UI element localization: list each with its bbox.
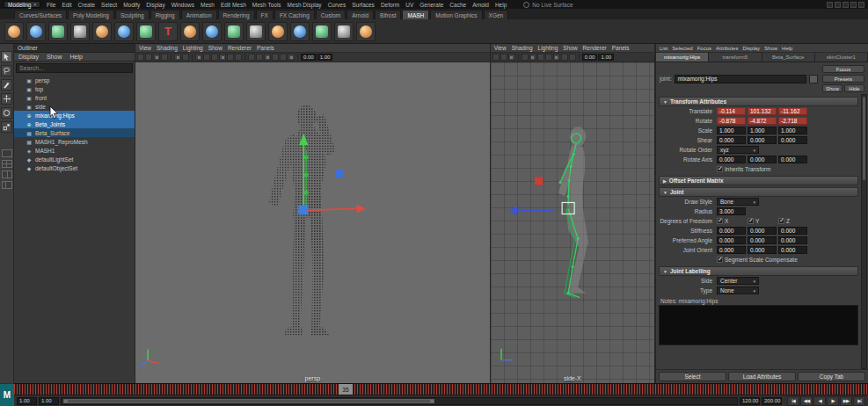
translate-x-field[interactable]: -0.114 [717,107,746,115]
mash-visibility-icon[interactable] [334,22,354,41]
section-transform-attributes[interactable]: ▼Transform Attributes [659,97,858,106]
playback-end-field[interactable]: 120.00 [740,397,760,405]
inherits-transform-checkbox[interactable] [717,166,723,172]
play-backwards-button[interactable]: ◀ [813,396,826,406]
stiffness-z-field[interactable]: 0.000 [778,227,807,235]
scale-y-field[interactable]: 1.000 [748,127,777,134]
shelf-tab-xgen[interactable]: XGen [484,10,509,19]
svg-tool-icon[interactable] [180,22,200,41]
rotate-axis-x-field[interactable]: 0.000 [717,156,746,163]
shelf-tab-rigging[interactable]: Rigging [150,10,180,19]
outliner-menu-help[interactable]: Help [69,54,82,60]
camera-attributes-icon[interactable] [153,54,160,61]
joint-orient-y-field[interactable]: 0.000 [748,246,777,254]
copy-tab-button[interactable]: Copy Tab [798,372,865,381]
dof-y-checkbox[interactable] [748,218,754,224]
menu-set-dropdown[interactable]: Modeling [4,1,40,8]
range-slider[interactable] [61,397,738,405]
shelf-tab-arnold[interactable]: Arnold [346,10,374,19]
outliner-item-side[interactable]: ▣side [14,102,135,111]
grid-toggle-icon[interactable] [195,54,202,61]
gate-mask-icon[interactable] [219,54,226,61]
mash-editor-icon[interactable] [26,22,46,41]
camera-attributes-icon[interactable] [508,54,515,61]
hide-button[interactable]: Hide [844,84,864,92]
menu-generate[interactable]: Generate [419,2,443,8]
menu-edit[interactable]: Edit [62,2,71,8]
vp-menu-view[interactable]: View [494,45,507,51]
go-to-end-button[interactable]: ▶| [853,396,865,406]
viewport-persp-canvas[interactable]: persp [135,62,490,383]
vp-menu-view[interactable]: View [139,45,151,51]
outliner-menu-show[interactable]: Show [47,54,62,60]
mash-instancer-icon[interactable] [70,22,90,41]
field-chart-icon[interactable] [227,54,234,61]
menu-select[interactable]: Select [101,2,117,8]
radius-field[interactable]: 3.000 [717,207,746,215]
section-joint[interactable]: ▼Joint [659,187,858,197]
ae-scrollbar[interactable] [861,94,867,369]
menu-windows[interactable]: Windows [171,2,194,8]
ae-scrollbar-thumb[interactable] [863,97,865,180]
shelf-tab-bifrost[interactable]: Bifrost [375,10,401,19]
menu-help[interactable]: Help [495,2,507,8]
image-plane-icon[interactable] [174,54,181,61]
rotate-axis-z-field[interactable]: 0.000 [778,156,807,163]
safe-action-icon[interactable] [235,54,242,61]
menu-file[interactable]: File [47,2,55,8]
menu-arnold[interactable]: Arnold [472,2,489,8]
shelf-tab-animation[interactable]: Animation [181,10,217,19]
show-button[interactable]: Show [822,84,842,92]
mash-curve-icon[interactable] [136,22,156,41]
film-gate-icon[interactable] [529,54,536,61]
shelf-tab-sculpting[interactable]: Sculpting [115,10,150,19]
load-attributes-button[interactable]: Load Attributes [728,372,796,381]
notes-input[interactable] [659,305,858,345]
shaded-icon[interactable] [256,54,263,61]
translate-y-field[interactable]: 101.132 [748,107,777,115]
rotate-axis-y-field[interactable]: 0.000 [748,156,777,163]
menu-create[interactable]: Create [78,2,96,8]
ae-tab-beta-surface[interactable]: Beta_Surface [762,53,815,62]
node-name-field[interactable]: mixamorig:Hips [675,75,806,83]
segment-scale-checkbox[interactable] [717,257,723,263]
joint-orient-z-field[interactable]: 0.000 [778,246,807,254]
menu-surfaces[interactable]: Surfaces [352,2,375,8]
vp-menu-shading[interactable]: Shading [157,45,178,51]
menu-deform[interactable]: Deform [381,2,399,8]
ae-tab-transform5[interactable]: transform5 [709,53,762,62]
vp-menu-panels[interactable]: Panels [612,45,630,51]
rotate-y-field[interactable]: -4.872 [748,117,777,125]
rotate-order-dropdown[interactable]: xyz [717,146,759,154]
menu-curves[interactable]: Curves [328,2,346,8]
viewport-side-canvas[interactable]: side-X [491,62,654,383]
exposure-field[interactable]: 0.00 [301,54,317,61]
layout-four-pane-button[interactable] [2,160,12,168]
range-slider-bar-handle[interactable] [63,399,434,403]
outliner-item-mash1[interactable]: ◈MASH1 [14,146,135,155]
outliner-item-mash-repromesh[interactable]: ▦MASH1_ReproMesh [14,137,135,146]
vp-menu-renderer[interactable]: Renderer [583,45,607,51]
animation-end-field[interactable]: 200.00 [762,397,782,405]
outliner-search-input[interactable]: Search... [16,63,133,73]
outliner-menu-display[interactable]: Display [18,54,39,60]
outliner-item-beta-joints[interactable]: ⊕Beta_Joints [14,120,135,128]
current-time-marker[interactable]: 35 [339,384,353,395]
outliner-item-top[interactable]: ▣top [14,84,135,93]
playback-start-field[interactable]: 1.00 [39,397,59,405]
scale-x-field[interactable]: 1.000 [717,127,746,134]
time-slider[interactable]: 35 [14,383,868,395]
select-camera-icon[interactable] [492,54,500,61]
layout-outliner-persp-button[interactable] [2,181,12,189]
menu-cache[interactable]: Cache [449,2,466,8]
two-d-pan-icon[interactable] [182,54,189,61]
bookmark-icon[interactable] [161,54,168,61]
mash-time-icon[interactable] [290,22,310,41]
move-tool-button[interactable] [1,93,12,105]
dof-z-checkbox[interactable] [778,218,784,224]
outliner-item-default-light-set[interactable]: ◆defaultLightSet [14,155,135,163]
side-dropdown[interactable]: Center [717,277,759,285]
node-swatch-icon[interactable] [809,75,818,83]
shear-x-field[interactable]: 0.000 [717,136,746,144]
shelf-tab-curves-surfaces[interactable]: Curves/Surfaces [14,10,67,19]
